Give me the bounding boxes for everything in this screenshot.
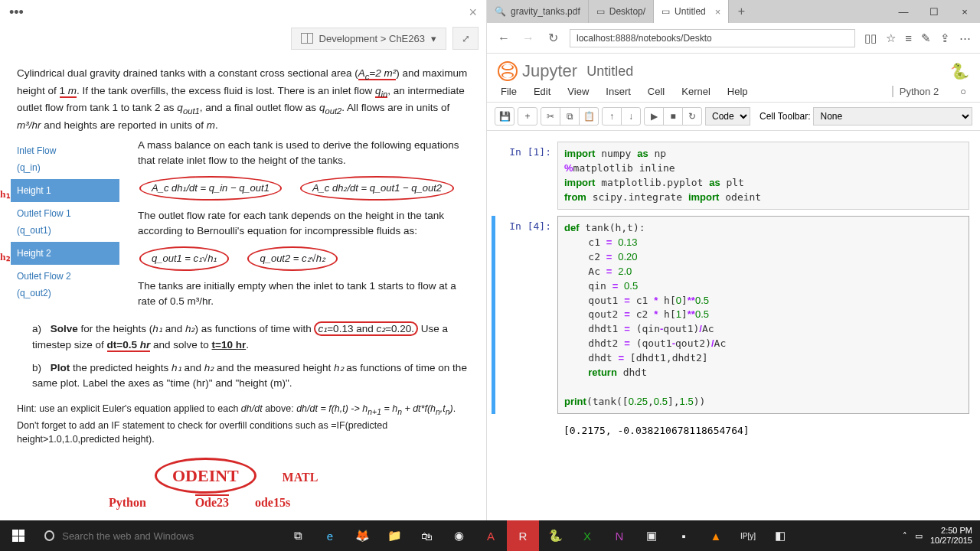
close-icon[interactable]: × — [715, 6, 721, 18]
ipython-icon[interactable]: IP[y] — [732, 520, 764, 551]
run-button[interactable]: ▶ — [644, 107, 664, 126]
code-cell-active[interactable]: In [4]: def tank(h,t): c1 = 0.13 c2 = 0.… — [492, 216, 969, 414]
taskbar-clock[interactable]: 2:50 PM 10/27/2015 — [930, 526, 972, 546]
move-down-button[interactable]: ↓ — [621, 107, 641, 126]
matlab-icon[interactable]: ▲ — [700, 520, 732, 551]
url-input[interactable] — [570, 29, 855, 47]
close-icon[interactable]: × — [469, 5, 477, 21]
jupyter-menu-bar: File Edit View Insert Cell Kernel Help P… — [487, 83, 980, 103]
action-center-icon[interactable]: ▭ — [915, 531, 923, 541]
menu-file[interactable]: File — [501, 86, 517, 97]
move-up-button[interactable]: ↑ — [602, 107, 622, 126]
code-cell[interactable]: In [1]: import numpy as np %matplotlib i… — [492, 142, 969, 210]
task-view-icon[interactable]: ⧉ — [282, 520, 314, 551]
code-input[interactable]: def tank(h,t): c1 = 0.13 c2 = 0.20 Ac = … — [557, 216, 969, 414]
windows-taskbar: ⧉ e 🦊 📁 🛍 ◉ A R 🐍 X N ▣ ▪ ▲ IP[y] ◧ ˄ ▭ … — [0, 520, 980, 551]
tab-gravity-pdf[interactable]: 🔍 gravity_tanks.pdf — [487, 0, 589, 23]
terminal-icon[interactable]: ▣ — [635, 520, 668, 551]
copy-button[interactable]: ⧉ — [560, 107, 580, 126]
tab-untitled[interactable]: ▭ Untitled × — [654, 0, 729, 23]
menu-insert[interactable]: Insert — [606, 86, 631, 97]
mass-balance-text: A mass balance on each tank is used to d… — [138, 138, 469, 169]
store-icon[interactable]: 🛍 — [410, 520, 443, 551]
favorite-icon[interactable]: ☆ — [886, 31, 896, 45]
explorer-icon[interactable]: 📁 — [378, 520, 410, 551]
jupyter-logo[interactable]: Jupyter — [498, 61, 577, 81]
hub-icon[interactable]: ≡ — [905, 31, 912, 44]
start-button[interactable] — [0, 520, 37, 551]
back-button[interactable]: ← — [496, 31, 511, 45]
app-icon[interactable]: ◧ — [764, 520, 796, 551]
search-icon — [44, 530, 54, 541]
tank-diagram: Inlet Flow (q_in) h₁ Height 1 Outlet Flo… — [11, 142, 119, 302]
clock-date: 10/27/2015 — [930, 536, 972, 546]
save-button[interactable]: 💾 — [495, 107, 514, 126]
edge-icon[interactable]: e — [314, 520, 346, 551]
add-cell-button[interactable]: + — [518, 107, 537, 126]
menu-edit[interactable]: Edit — [534, 86, 550, 97]
notebook-area[interactable]: In [1]: import numpy as np %matplotlib i… — [487, 131, 980, 514]
h1-annotation: h₁ — [0, 187, 11, 202]
onenote-icon[interactable]: N — [603, 520, 635, 551]
cell-type-select[interactable]: Code — [705, 107, 750, 126]
notebook-icon: ▭ — [662, 6, 670, 17]
r-icon[interactable]: R — [507, 520, 539, 551]
menu-help[interactable]: Help — [727, 86, 748, 97]
h2-annotation: h₂ — [0, 249, 11, 265]
new-tab-button[interactable]: + — [729, 0, 753, 23]
stop-button[interactable]: ■ — [663, 107, 683, 126]
tray-up-icon[interactable]: ˄ — [903, 531, 907, 541]
equation-2: A_c dh₂/dt = q_out1 − q_out2 — [300, 176, 454, 201]
system-tray: ˄ ▭ 2:50 PM 10/27/2015 — [895, 526, 980, 546]
problem-intro: Cylindrical dual gravity drained tanks w… — [17, 66, 469, 133]
paste-button[interactable]: 📋 — [579, 107, 599, 126]
code-input[interactable]: import numpy as np %matplotlib inline im… — [557, 142, 969, 210]
cmd-icon[interactable]: ▪ — [668, 520, 700, 551]
kernel-indicator: Python 2 — [892, 86, 939, 97]
excel-icon[interactable]: X — [571, 520, 603, 551]
menu-cell[interactable]: Cell — [648, 86, 665, 97]
restart-button[interactable]: ↻ — [682, 107, 702, 126]
cell-toolbar-select[interactable]: None — [813, 107, 972, 126]
forward-button[interactable]: → — [521, 31, 536, 45]
taskbar-search[interactable] — [37, 520, 282, 551]
browser-window: 🔍 gravity_tanks.pdf ▭ Desktop/ ▭ Untitle… — [487, 0, 980, 520]
jupyter-orb-icon — [498, 61, 518, 81]
reading-view-icon[interactable]: ▯▯ — [864, 31, 877, 45]
close-button[interactable]: × — [949, 0, 980, 23]
notebook-title[interactable]: Untitled — [586, 64, 633, 80]
height1-box: Height 1 — [11, 179, 119, 202]
menu-view[interactable]: View — [567, 86, 589, 97]
firefox-icon[interactable]: 🦊 — [346, 520, 378, 551]
chrome-icon[interactable]: ◉ — [443, 520, 475, 551]
windows-logo-icon — [12, 530, 24, 542]
qout1-label: (q_out1) — [11, 222, 119, 239]
input-prompt: In [4]: — [492, 216, 557, 414]
tab-desktop[interactable]: ▭ Desktop/ — [589, 0, 654, 23]
equation-1: A_c dh₁/dt = q_in − q_out1 — [139, 176, 282, 201]
refresh-button[interactable]: ↻ — [545, 31, 560, 45]
part-a: a) Solve for the heights (h₁ and h₂) as … — [32, 321, 469, 353]
minimize-button[interactable]: — — [888, 0, 919, 23]
initial-conditions: The tanks are initially empty when the i… — [138, 279, 469, 310]
cut-button[interactable]: ✂ — [541, 107, 560, 126]
part-b: b) Plot the predicted heights h₁ and h₂ … — [32, 360, 469, 392]
python-icon[interactable]: 🐍 — [539, 520, 571, 551]
outlet2-label: Outlet Flow 2 — [11, 268, 119, 285]
more-icon[interactable]: ••• — [9, 5, 24, 21]
input-prompt: In [1]: — [492, 142, 557, 210]
cell-output: [0.2175, -0.038210678118654764] — [557, 420, 969, 441]
document-body: Cylindrical dual gravity drained tanks w… — [0, 52, 486, 526]
output-cell: [0.2175, -0.038210678118654764] — [492, 420, 969, 441]
menu-kernel[interactable]: Kernel — [681, 86, 710, 97]
share-icon[interactable]: ⇪ — [940, 31, 950, 45]
maximize-button[interactable]: ☐ — [919, 0, 949, 23]
odeint-annotation: ODEINT — [155, 458, 256, 494]
more-icon[interactable]: ⋯ — [959, 31, 971, 45]
breadcrumb-dropdown[interactable]: Development > ChE263 ▾ — [291, 28, 446, 50]
pdf-icon[interactable]: A — [475, 520, 507, 551]
expand-button[interactable]: ⤢ — [452, 27, 479, 50]
webnote-icon[interactable]: ✎ — [921, 31, 931, 45]
cell-toolbar-label: Cell Toolbar: — [760, 111, 810, 122]
search-input[interactable] — [62, 530, 274, 542]
